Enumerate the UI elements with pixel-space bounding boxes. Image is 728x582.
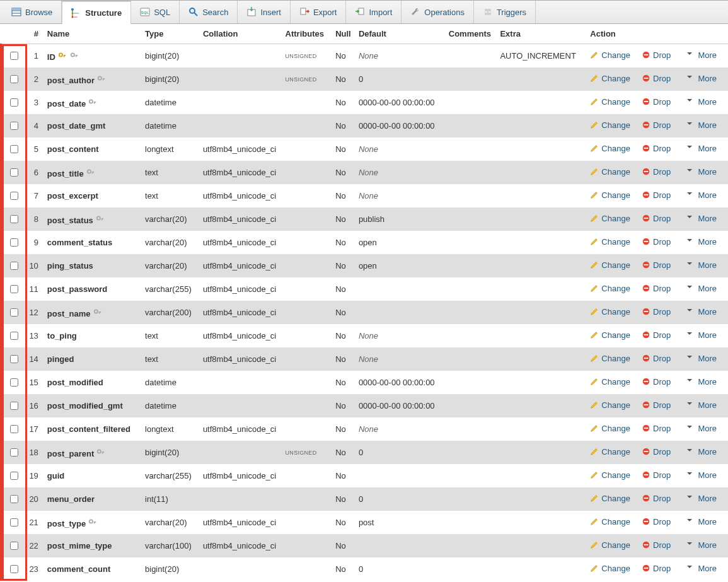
row-checkbox[interactable] bbox=[10, 448, 18, 457]
change-link[interactable]: Change bbox=[590, 447, 630, 457]
more-link[interactable]: More bbox=[686, 284, 717, 293]
change-link[interactable]: Change bbox=[590, 470, 630, 480]
change-link[interactable]: Change bbox=[590, 564, 630, 573]
drop-link[interactable]: Drop bbox=[642, 307, 671, 317]
change-link[interactable]: Change bbox=[590, 307, 630, 317]
row-checkbox[interactable] bbox=[10, 192, 18, 200]
drop-link[interactable]: Drop bbox=[642, 284, 671, 293]
drop-link[interactable]: Drop bbox=[642, 517, 671, 527]
change-link[interactable]: Change bbox=[590, 494, 630, 503]
more-link[interactable]: More bbox=[686, 167, 717, 177]
row-checkbox[interactable] bbox=[10, 122, 18, 130]
change-link[interactable]: Change bbox=[590, 400, 630, 410]
change-link[interactable]: Change bbox=[590, 97, 630, 107]
drop-link[interactable]: Drop bbox=[642, 377, 671, 387]
row-checkbox[interactable] bbox=[10, 238, 18, 247]
more-link[interactable]: More bbox=[686, 354, 717, 363]
more-link[interactable]: More bbox=[686, 74, 717, 83]
change-link[interactable]: Change bbox=[590, 237, 630, 247]
drop-link[interactable]: Drop bbox=[642, 400, 671, 410]
drop-link[interactable]: Drop bbox=[642, 470, 671, 480]
more-link[interactable]: More bbox=[686, 424, 717, 433]
more-link[interactable]: More bbox=[686, 400, 717, 410]
more-link[interactable]: More bbox=[686, 377, 717, 387]
drop-link[interactable]: Drop bbox=[642, 74, 671, 83]
more-link[interactable]: More bbox=[686, 564, 717, 573]
row-checkbox[interactable] bbox=[10, 425, 18, 433]
row-checkbox[interactable] bbox=[10, 332, 18, 340]
change-link[interactable]: Change bbox=[590, 540, 630, 550]
row-checkbox[interactable] bbox=[10, 518, 18, 527]
row-checkbox[interactable] bbox=[10, 495, 18, 503]
more-link[interactable]: More bbox=[686, 260, 717, 270]
change-link[interactable]: Change bbox=[590, 214, 630, 223]
tab-import[interactable]: Import bbox=[346, 1, 402, 23]
drop-link[interactable]: Drop bbox=[642, 447, 671, 457]
row-checkbox[interactable] bbox=[10, 145, 18, 153]
more-link[interactable]: More bbox=[686, 50, 717, 60]
tab-triggers[interactable]: Triggers bbox=[474, 1, 536, 23]
drop-link[interactable]: Drop bbox=[642, 354, 671, 363]
drop-link[interactable]: Drop bbox=[642, 237, 671, 247]
row-checkbox[interactable] bbox=[10, 262, 18, 270]
change-link[interactable]: Change bbox=[590, 517, 630, 527]
more-link[interactable]: More bbox=[686, 470, 717, 480]
row-checkbox[interactable] bbox=[10, 215, 18, 223]
drop-link[interactable]: Drop bbox=[642, 260, 671, 270]
row-checkbox[interactable] bbox=[10, 98, 18, 107]
drop-link[interactable]: Drop bbox=[642, 540, 671, 550]
tab-sql[interactable]: SQLSQL bbox=[131, 1, 180, 23]
more-link[interactable]: More bbox=[686, 517, 717, 527]
tab-operations[interactable]: Operations bbox=[402, 1, 474, 23]
more-link[interactable]: More bbox=[686, 190, 717, 200]
row-checkbox[interactable] bbox=[10, 355, 18, 363]
row-checkbox[interactable] bbox=[10, 542, 18, 550]
drop-link[interactable]: Drop bbox=[642, 120, 671, 130]
drop-link[interactable]: Drop bbox=[642, 424, 671, 433]
change-link[interactable]: Change bbox=[590, 50, 630, 60]
drop-link[interactable]: Drop bbox=[642, 50, 671, 60]
drop-link[interactable]: Drop bbox=[642, 214, 671, 223]
drop-link[interactable]: Drop bbox=[642, 167, 671, 177]
more-link[interactable]: More bbox=[686, 447, 717, 457]
row-checkbox[interactable] bbox=[10, 168, 18, 177]
row-checkbox[interactable] bbox=[10, 378, 18, 387]
tab-insert[interactable]: Insert bbox=[238, 1, 291, 23]
row-checkbox[interactable] bbox=[10, 472, 18, 480]
change-link[interactable]: Change bbox=[590, 74, 630, 83]
change-link[interactable]: Change bbox=[590, 284, 630, 293]
drop-link[interactable]: Drop bbox=[642, 97, 671, 107]
drop-link[interactable]: Drop bbox=[642, 144, 671, 153]
change-link[interactable]: Change bbox=[590, 144, 630, 153]
more-link[interactable]: More bbox=[686, 494, 717, 503]
tab-search[interactable]: Search bbox=[180, 1, 238, 23]
change-link[interactable]: Change bbox=[590, 260, 630, 270]
change-link[interactable]: Change bbox=[590, 120, 630, 130]
tab-browse[interactable]: Browse bbox=[3, 1, 62, 23]
row-checkbox[interactable] bbox=[10, 308, 18, 317]
more-link[interactable]: More bbox=[686, 237, 717, 247]
tab-export[interactable]: Export bbox=[291, 1, 347, 23]
drop-link[interactable]: Drop bbox=[642, 330, 671, 340]
more-link[interactable]: More bbox=[686, 144, 717, 153]
more-link[interactable]: More bbox=[686, 540, 717, 550]
drop-link[interactable]: Drop bbox=[642, 564, 671, 573]
row-checkbox[interactable] bbox=[10, 75, 18, 83]
drop-link[interactable]: Drop bbox=[642, 494, 671, 503]
more-link[interactable]: More bbox=[686, 214, 717, 223]
drop-link[interactable]: Drop bbox=[642, 190, 671, 200]
row-checkbox[interactable] bbox=[10, 402, 18, 410]
change-link[interactable]: Change bbox=[590, 354, 630, 363]
more-link[interactable]: More bbox=[686, 97, 717, 107]
row-checkbox[interactable] bbox=[10, 285, 18, 293]
row-checkbox[interactable] bbox=[10, 565, 18, 573]
more-link[interactable]: More bbox=[686, 330, 717, 340]
change-link[interactable]: Change bbox=[590, 167, 630, 177]
row-checkbox[interactable] bbox=[10, 52, 18, 60]
change-link[interactable]: Change bbox=[590, 330, 630, 340]
change-link[interactable]: Change bbox=[590, 424, 630, 433]
change-link[interactable]: Change bbox=[590, 190, 630, 200]
tab-structure[interactable]: Structure bbox=[62, 1, 131, 24]
change-link[interactable]: Change bbox=[590, 377, 630, 387]
more-link[interactable]: More bbox=[686, 307, 717, 317]
